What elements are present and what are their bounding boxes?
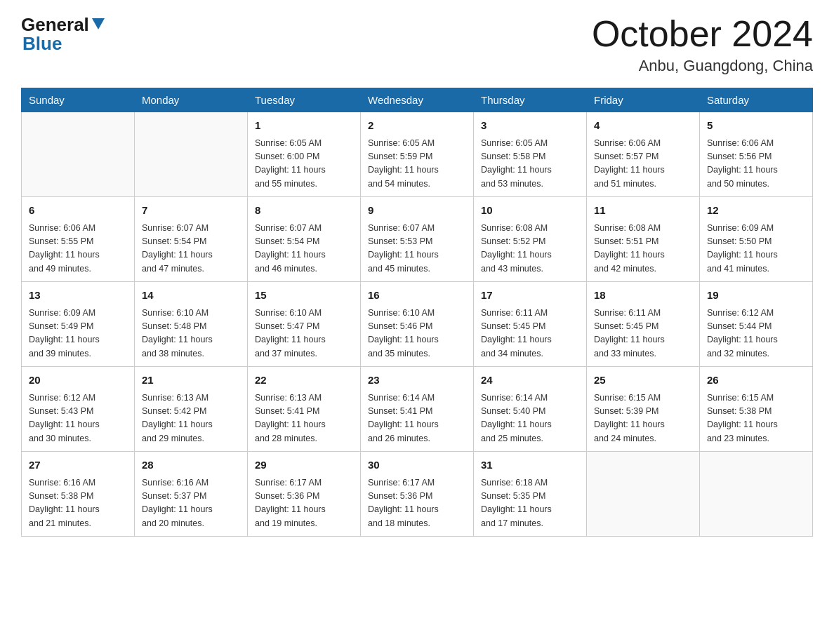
day-number: 17 — [481, 288, 579, 304]
day-info: Sunrise: 6:07 AMSunset: 5:53 PMDaylight:… — [368, 222, 466, 276]
day-number: 12 — [707, 203, 805, 219]
day-number: 5 — [707, 118, 805, 134]
calendar-cell: 4Sunrise: 6:06 AMSunset: 5:57 PMDaylight… — [587, 112, 700, 197]
day-info: Sunrise: 6:05 AMSunset: 6:00 PMDaylight:… — [255, 137, 353, 192]
calendar-week-2: 6Sunrise: 6:06 AMSunset: 5:55 PMDaylight… — [22, 197, 813, 282]
day-number: 13 — [29, 288, 127, 304]
calendar-cell: 21Sunrise: 6:13 AMSunset: 5:42 PMDayligh… — [135, 367, 248, 452]
day-info: Sunrise: 6:10 AMSunset: 5:46 PMDaylight:… — [368, 307, 466, 361]
header-thursday: Thursday — [474, 88, 587, 112]
logo: General Blue — [21, 14, 106, 53]
day-info: Sunrise: 6:07 AMSunset: 5:54 PMDaylight:… — [142, 222, 240, 276]
calendar-header-row: SundayMondayTuesdayWednesdayThursdayFrid… — [22, 88, 813, 112]
day-number: 30 — [368, 457, 466, 474]
calendar-cell: 10Sunrise: 6:08 AMSunset: 5:52 PMDayligh… — [474, 197, 587, 282]
page-title: October 2024 — [592, 14, 813, 54]
header-sunday: Sunday — [22, 88, 135, 112]
day-number: 8 — [255, 203, 353, 219]
calendar-cell: 9Sunrise: 6:07 AMSunset: 5:53 PMDaylight… — [361, 197, 474, 282]
calendar-cell: 14Sunrise: 6:10 AMSunset: 5:48 PMDayligh… — [135, 282, 248, 367]
page-subtitle: Anbu, Guangdong, China — [592, 57, 813, 75]
calendar-cell: 31Sunrise: 6:18 AMSunset: 5:35 PMDayligh… — [474, 452, 587, 537]
calendar-cell — [700, 452, 813, 537]
calendar-cell: 22Sunrise: 6:13 AMSunset: 5:41 PMDayligh… — [248, 367, 361, 452]
day-info: Sunrise: 6:05 AMSunset: 5:59 PMDaylight:… — [368, 137, 466, 192]
day-number: 7 — [142, 203, 240, 219]
calendar-cell: 17Sunrise: 6:11 AMSunset: 5:45 PMDayligh… — [474, 282, 587, 367]
day-info: Sunrise: 6:15 AMSunset: 5:38 PMDaylight:… — [707, 391, 805, 446]
calendar-cell — [22, 112, 135, 197]
day-info: Sunrise: 6:11 AMSunset: 5:45 PMDaylight:… — [594, 307, 692, 361]
day-info: Sunrise: 6:10 AMSunset: 5:47 PMDaylight:… — [255, 307, 353, 361]
calendar-cell: 15Sunrise: 6:10 AMSunset: 5:47 PMDayligh… — [248, 282, 361, 367]
svg-marker-0 — [92, 18, 105, 29]
day-number: 6 — [29, 203, 127, 219]
day-info: Sunrise: 6:13 AMSunset: 5:42 PMDaylight:… — [142, 391, 240, 446]
day-info: Sunrise: 6:06 AMSunset: 5:55 PMDaylight:… — [29, 222, 127, 276]
calendar-cell — [135, 112, 248, 197]
day-info: Sunrise: 6:14 AMSunset: 5:40 PMDaylight:… — [481, 391, 579, 446]
calendar-cell: 20Sunrise: 6:12 AMSunset: 5:43 PMDayligh… — [22, 367, 135, 452]
header-wednesday: Wednesday — [361, 88, 474, 112]
calendar-cell: 12Sunrise: 6:09 AMSunset: 5:50 PMDayligh… — [700, 197, 813, 282]
calendar-table: SundayMondayTuesdayWednesdayThursdayFrid… — [21, 88, 813, 537]
day-info: Sunrise: 6:12 AMSunset: 5:44 PMDaylight:… — [707, 307, 805, 361]
calendar-cell: 28Sunrise: 6:16 AMSunset: 5:37 PMDayligh… — [135, 452, 248, 537]
calendar-cell: 11Sunrise: 6:08 AMSunset: 5:51 PMDayligh… — [587, 197, 700, 282]
day-info: Sunrise: 6:08 AMSunset: 5:52 PMDaylight:… — [481, 222, 579, 276]
calendar-cell: 6Sunrise: 6:06 AMSunset: 5:55 PMDaylight… — [22, 197, 135, 282]
calendar-cell: 1Sunrise: 6:05 AMSunset: 6:00 PMDaylight… — [248, 112, 361, 197]
day-number: 14 — [142, 288, 240, 304]
day-number: 27 — [29, 457, 127, 474]
day-number: 26 — [707, 373, 805, 389]
calendar-cell: 27Sunrise: 6:16 AMSunset: 5:38 PMDayligh… — [22, 452, 135, 537]
day-number: 28 — [142, 457, 240, 474]
calendar-cell: 5Sunrise: 6:06 AMSunset: 5:56 PMDaylight… — [700, 112, 813, 197]
calendar-week-1: 1Sunrise: 6:05 AMSunset: 6:00 PMDaylight… — [22, 112, 813, 197]
title-area: October 2024 Anbu, Guangdong, China — [592, 14, 813, 75]
logo-blue-text: Blue — [22, 33, 62, 54]
calendar-week-4: 20Sunrise: 6:12 AMSunset: 5:43 PMDayligh… — [22, 367, 813, 452]
day-info: Sunrise: 6:07 AMSunset: 5:54 PMDaylight:… — [255, 222, 353, 276]
calendar-cell: 16Sunrise: 6:10 AMSunset: 5:46 PMDayligh… — [361, 282, 474, 367]
calendar-cell: 3Sunrise: 6:05 AMSunset: 5:58 PMDaylight… — [474, 112, 587, 197]
day-number: 20 — [29, 373, 127, 389]
day-number: 16 — [368, 288, 466, 304]
day-info: Sunrise: 6:10 AMSunset: 5:48 PMDaylight:… — [142, 307, 240, 361]
calendar-cell: 8Sunrise: 6:07 AMSunset: 5:54 PMDaylight… — [248, 197, 361, 282]
day-info: Sunrise: 6:14 AMSunset: 5:41 PMDaylight:… — [368, 391, 466, 446]
day-info: Sunrise: 6:11 AMSunset: 5:45 PMDaylight:… — [481, 307, 579, 361]
calendar-cell: 30Sunrise: 6:17 AMSunset: 5:36 PMDayligh… — [361, 452, 474, 537]
calendar-cell: 23Sunrise: 6:14 AMSunset: 5:41 PMDayligh… — [361, 367, 474, 452]
calendar-cell: 2Sunrise: 6:05 AMSunset: 5:59 PMDaylight… — [361, 112, 474, 197]
header-friday: Friday — [587, 88, 700, 112]
calendar-cell: 24Sunrise: 6:14 AMSunset: 5:40 PMDayligh… — [474, 367, 587, 452]
day-info: Sunrise: 6:08 AMSunset: 5:51 PMDaylight:… — [594, 222, 692, 276]
day-info: Sunrise: 6:18 AMSunset: 5:35 PMDaylight:… — [481, 476, 579, 531]
day-info: Sunrise: 6:16 AMSunset: 5:38 PMDaylight:… — [29, 476, 127, 531]
day-info: Sunrise: 6:09 AMSunset: 5:50 PMDaylight:… — [707, 222, 805, 276]
day-info: Sunrise: 6:09 AMSunset: 5:49 PMDaylight:… — [29, 307, 127, 361]
calendar-cell: 29Sunrise: 6:17 AMSunset: 5:36 PMDayligh… — [248, 452, 361, 537]
page-header: General Blue October 2024 Anbu, Guangdon… — [21, 14, 813, 75]
calendar-cell: 7Sunrise: 6:07 AMSunset: 5:54 PMDaylight… — [135, 197, 248, 282]
calendar-cell — [587, 452, 700, 537]
day-number: 25 — [594, 373, 692, 389]
day-info: Sunrise: 6:17 AMSunset: 5:36 PMDaylight:… — [368, 476, 466, 531]
calendar-cell: 13Sunrise: 6:09 AMSunset: 5:49 PMDayligh… — [22, 282, 135, 367]
calendar-cell: 18Sunrise: 6:11 AMSunset: 5:45 PMDayligh… — [587, 282, 700, 367]
day-info: Sunrise: 6:06 AMSunset: 5:57 PMDaylight:… — [594, 137, 692, 192]
day-number: 4 — [594, 118, 692, 134]
calendar-cell: 19Sunrise: 6:12 AMSunset: 5:44 PMDayligh… — [700, 282, 813, 367]
header-saturday: Saturday — [700, 88, 813, 112]
day-number: 19 — [707, 288, 805, 304]
day-number: 3 — [481, 118, 579, 134]
day-number: 1 — [255, 118, 353, 134]
day-number: 9 — [368, 203, 466, 219]
day-info: Sunrise: 6:05 AMSunset: 5:58 PMDaylight:… — [481, 137, 579, 192]
day-info: Sunrise: 6:16 AMSunset: 5:37 PMDaylight:… — [142, 476, 240, 531]
day-info: Sunrise: 6:12 AMSunset: 5:43 PMDaylight:… — [29, 391, 127, 446]
day-info: Sunrise: 6:13 AMSunset: 5:41 PMDaylight:… — [255, 391, 353, 446]
day-number: 15 — [255, 288, 353, 304]
day-info: Sunrise: 6:06 AMSunset: 5:56 PMDaylight:… — [707, 137, 805, 192]
